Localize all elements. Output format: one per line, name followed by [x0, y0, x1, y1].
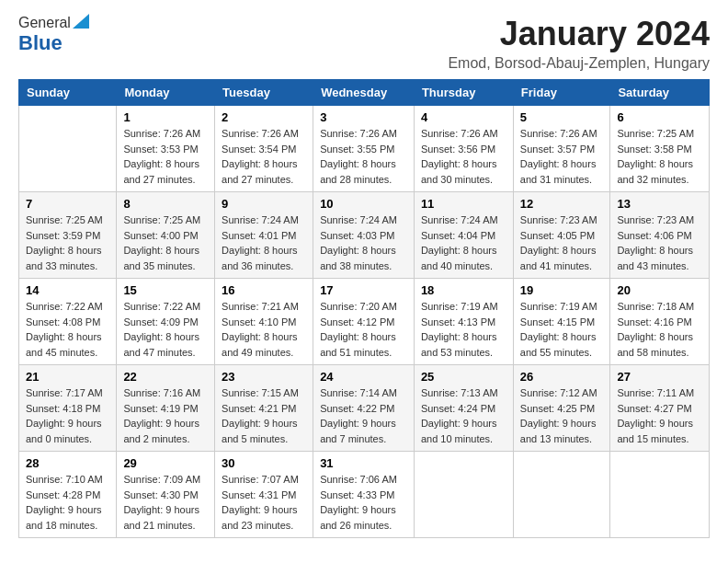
day-info: Sunrise: 7:18 AMSunset: 4:16 PMDaylight:… — [617, 299, 702, 360]
day-number: 4 — [421, 110, 506, 124]
day-number: 20 — [617, 283, 702, 297]
calendar-week-row: 21Sunrise: 7:17 AMSunset: 4:18 PMDayligh… — [19, 365, 710, 452]
calendar-week-row: 7Sunrise: 7:25 AMSunset: 3:59 PMDaylight… — [19, 192, 710, 279]
weekday-header-saturday: Saturday — [610, 80, 710, 106]
calendar-cell: 10Sunrise: 7:24 AMSunset: 4:03 PMDayligh… — [313, 192, 415, 279]
day-number: 15 — [123, 283, 208, 297]
calendar-cell: 27Sunrise: 7:11 AMSunset: 4:27 PMDayligh… — [610, 365, 710, 452]
calendar-cell — [610, 452, 710, 538]
day-number: 11 — [421, 197, 506, 211]
day-number: 23 — [222, 370, 306, 384]
calendar-cell: 4Sunrise: 7:26 AMSunset: 3:56 PMDaylight… — [414, 106, 513, 192]
calendar-cell: 8Sunrise: 7:25 AMSunset: 4:00 PMDaylight… — [117, 192, 215, 279]
day-number: 24 — [320, 370, 407, 384]
title-block: January 2024 Emod, Borsod-Abauj-Zemplen,… — [448, 15, 710, 72]
day-info: Sunrise: 7:07 AMSunset: 4:31 PMDaylight:… — [222, 472, 306, 533]
calendar-cell: 16Sunrise: 7:21 AMSunset: 4:10 PMDayligh… — [215, 279, 313, 365]
day-info: Sunrise: 7:14 AMSunset: 4:22 PMDaylight:… — [320, 385, 407, 446]
day-number: 28 — [26, 456, 109, 470]
day-info: Sunrise: 7:24 AMSunset: 4:01 PMDaylight:… — [222, 213, 306, 273]
day-info: Sunrise: 7:26 AMSunset: 3:54 PMDaylight:… — [222, 126, 306, 187]
calendar-cell — [513, 452, 610, 538]
calendar-cell: 5Sunrise: 7:26 AMSunset: 3:57 PMDaylight… — [513, 106, 610, 192]
calendar-cell: 12Sunrise: 7:23 AMSunset: 4:05 PMDayligh… — [513, 192, 610, 279]
day-number: 10 — [320, 197, 407, 211]
day-info: Sunrise: 7:11 AMSunset: 4:27 PMDaylight:… — [617, 385, 702, 446]
calendar-cell: 31Sunrise: 7:06 AMSunset: 4:33 PMDayligh… — [313, 452, 415, 538]
day-number: 14 — [26, 283, 109, 297]
day-info: Sunrise: 7:20 AMSunset: 4:12 PMDaylight:… — [320, 299, 407, 360]
day-number: 22 — [123, 370, 208, 384]
day-info: Sunrise: 7:24 AMSunset: 4:03 PMDaylight:… — [320, 213, 407, 273]
day-number: 9 — [222, 197, 306, 211]
day-number: 29 — [123, 456, 208, 470]
calendar-cell: 29Sunrise: 7:09 AMSunset: 4:30 PMDayligh… — [117, 452, 215, 538]
day-info: Sunrise: 7:19 AMSunset: 4:13 PMDaylight:… — [421, 299, 506, 360]
calendar-cell: 15Sunrise: 7:22 AMSunset: 4:09 PMDayligh… — [117, 279, 215, 365]
day-number: 21 — [26, 370, 109, 384]
calendar-cell: 30Sunrise: 7:07 AMSunset: 4:31 PMDayligh… — [215, 452, 313, 538]
day-number: 27 — [617, 370, 702, 384]
day-info: Sunrise: 7:06 AMSunset: 4:33 PMDaylight:… — [320, 472, 407, 533]
calendar-cell: 7Sunrise: 7:25 AMSunset: 3:59 PMDaylight… — [19, 192, 117, 279]
calendar-table: SundayMondayTuesdayWednesdayThursdayFrid… — [18, 79, 710, 538]
calendar-cell: 25Sunrise: 7:13 AMSunset: 4:24 PMDayligh… — [414, 365, 513, 452]
main-title: January 2024 — [448, 15, 710, 53]
calendar-cell: 9Sunrise: 7:24 AMSunset: 4:01 PMDaylight… — [215, 192, 313, 279]
calendar-cell: 1Sunrise: 7:26 AMSunset: 3:53 PMDaylight… — [117, 106, 215, 192]
day-info: Sunrise: 7:26 AMSunset: 3:57 PMDaylight:… — [520, 126, 604, 187]
day-info: Sunrise: 7:26 AMSunset: 3:55 PMDaylight:… — [320, 126, 407, 187]
day-info: Sunrise: 7:21 AMSunset: 4:10 PMDaylight:… — [222, 299, 306, 360]
calendar-cell: 21Sunrise: 7:17 AMSunset: 4:18 PMDayligh… — [19, 365, 117, 452]
day-number: 3 — [320, 110, 407, 124]
weekday-header-thursday: Thursday — [414, 80, 513, 106]
day-info: Sunrise: 7:26 AMSunset: 3:56 PMDaylight:… — [421, 126, 506, 187]
weekday-header-sunday: Sunday — [19, 80, 117, 106]
day-number: 18 — [421, 283, 506, 297]
calendar-cell: 18Sunrise: 7:19 AMSunset: 4:13 PMDayligh… — [414, 279, 513, 365]
calendar-cell: 13Sunrise: 7:23 AMSunset: 4:06 PMDayligh… — [610, 192, 710, 279]
calendar-cell: 22Sunrise: 7:16 AMSunset: 4:19 PMDayligh… — [117, 365, 215, 452]
day-info: Sunrise: 7:15 AMSunset: 4:21 PMDaylight:… — [222, 385, 306, 446]
logo: General Blue — [18, 15, 89, 55]
calendar-cell: 23Sunrise: 7:15 AMSunset: 4:21 PMDayligh… — [215, 365, 313, 452]
day-info: Sunrise: 7:22 AMSunset: 4:09 PMDaylight:… — [123, 299, 208, 360]
svg-marker-0 — [73, 14, 89, 29]
day-info: Sunrise: 7:16 AMSunset: 4:19 PMDaylight:… — [123, 385, 208, 446]
calendar-cell: 3Sunrise: 7:26 AMSunset: 3:55 PMDaylight… — [313, 106, 415, 192]
day-info: Sunrise: 7:23 AMSunset: 4:06 PMDaylight:… — [617, 213, 702, 273]
day-info: Sunrise: 7:09 AMSunset: 4:30 PMDaylight:… — [123, 472, 208, 533]
subtitle: Emod, Borsod-Abauj-Zemplen, Hungary — [448, 55, 710, 72]
logo-icon — [73, 14, 89, 29]
day-number: 2 — [222, 110, 306, 124]
day-info: Sunrise: 7:22 AMSunset: 4:08 PMDaylight:… — [26, 299, 109, 360]
day-number: 17 — [320, 283, 407, 297]
day-number: 5 — [520, 110, 604, 124]
calendar-cell: 11Sunrise: 7:24 AMSunset: 4:04 PMDayligh… — [414, 192, 513, 279]
day-number: 13 — [617, 197, 702, 211]
calendar-header-row: SundayMondayTuesdayWednesdayThursdayFrid… — [19, 80, 710, 106]
calendar-week-row: 14Sunrise: 7:22 AMSunset: 4:08 PMDayligh… — [19, 279, 710, 365]
day-number: 6 — [617, 110, 702, 124]
day-number: 30 — [222, 456, 306, 470]
day-info: Sunrise: 7:17 AMSunset: 4:18 PMDaylight:… — [26, 385, 109, 446]
day-number: 26 — [520, 370, 604, 384]
calendar-cell: 2Sunrise: 7:26 AMSunset: 3:54 PMDaylight… — [215, 106, 313, 192]
day-number: 8 — [123, 197, 208, 211]
weekday-header-friday: Friday — [513, 80, 610, 106]
calendar-cell: 17Sunrise: 7:20 AMSunset: 4:12 PMDayligh… — [313, 279, 415, 365]
page-header: General Blue January 2024 Emod, Borsod-A… — [18, 15, 710, 72]
calendar-cell: 24Sunrise: 7:14 AMSunset: 4:22 PMDayligh… — [313, 365, 415, 452]
day-number: 12 — [520, 197, 604, 211]
calendar-week-row: 28Sunrise: 7:10 AMSunset: 4:28 PMDayligh… — [19, 452, 710, 538]
day-number: 16 — [222, 283, 306, 297]
weekday-header-wednesday: Wednesday — [313, 80, 415, 106]
day-info: Sunrise: 7:24 AMSunset: 4:04 PMDaylight:… — [421, 213, 506, 273]
logo-general: General — [18, 15, 71, 31]
day-info: Sunrise: 7:26 AMSunset: 3:53 PMDaylight:… — [123, 126, 208, 187]
calendar-cell: 20Sunrise: 7:18 AMSunset: 4:16 PMDayligh… — [610, 279, 710, 365]
day-info: Sunrise: 7:23 AMSunset: 4:05 PMDaylight:… — [520, 213, 604, 273]
day-number: 25 — [421, 370, 506, 384]
calendar-cell — [19, 106, 117, 192]
weekday-header-monday: Monday — [117, 80, 215, 106]
